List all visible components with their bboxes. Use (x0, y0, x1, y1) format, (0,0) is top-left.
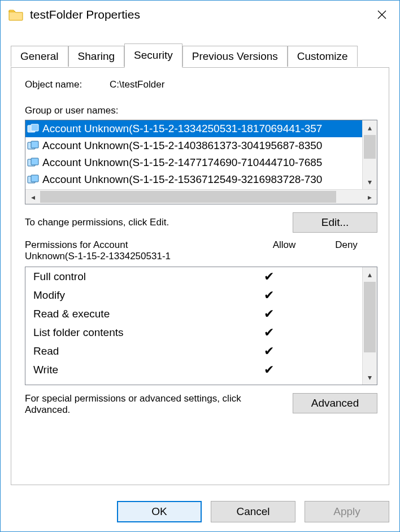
column-deny: Deny (315, 239, 377, 262)
list-item-label: Account Unknown(S-1-15-2-1403861373-3041… (42, 139, 322, 152)
list-vscrollbar[interactable]: ▴ ▾ (362, 120, 377, 189)
permission-row: Read✔ (33, 342, 362, 360)
list-item[interactable]: Account Unknown(S-1-15-2-1403861373-3041… (25, 137, 362, 154)
permissions-for-label: Permissions for Account Unknown(S-1-15-2… (25, 239, 253, 262)
edit-button[interactable]: Edit... (293, 212, 377, 233)
folder-icon (8, 8, 23, 21)
group-user-listbox[interactable]: Account Unknown(S-1-15-2-1334250531-1817… (25, 120, 377, 204)
svg-rect-9 (31, 175, 38, 182)
scroll-thumb[interactable] (364, 135, 376, 159)
group-icon (27, 140, 40, 151)
tab-customize[interactable]: Customize (288, 46, 358, 67)
scroll-left-icon[interactable]: ◂ (25, 190, 40, 204)
list-item-label: Account Unknown(S-1-15-2-1334250531-1817… (42, 123, 322, 135)
scroll-thumb[interactable] (364, 282, 376, 352)
tab-general[interactable]: General (11, 46, 68, 67)
group-user-items: Account Unknown(S-1-15-2-1334250531-1817… (25, 120, 362, 189)
permission-allow: ✔ (238, 325, 300, 340)
cancel-button[interactable]: Cancel (211, 501, 295, 522)
list-item[interactable]: Account Unknown(S-1-15-2-1477174690-7104… (25, 154, 362, 171)
permission-allow: ✔ (238, 307, 300, 321)
tab-previous-versions[interactable]: Previous Versions (182, 46, 288, 67)
permission-allow: ✔ (238, 363, 300, 377)
scroll-right-icon[interactable]: ▸ (362, 190, 377, 204)
properties-window: testFolder Properties General Sharing Se… (0, 0, 400, 532)
permission-name: Write (33, 364, 238, 376)
permission-row: List folder contents✔ (33, 323, 362, 342)
advanced-button[interactable]: Advanced (293, 393, 377, 413)
object-name-value: C:\testFolder (110, 79, 164, 90)
advanced-hint: For special permissions or advanced sett… (25, 393, 293, 416)
permission-name: List folder contents (33, 326, 238, 339)
group-icon (27, 123, 40, 134)
scroll-down-icon[interactable]: ▾ (363, 370, 377, 385)
object-name-label: Object name: (25, 79, 110, 90)
titlebar: testFolder Properties (1, 1, 399, 29)
list-item[interactable]: Account Unknown(S-1-15-2-1334250531-1817… (25, 120, 362, 137)
window-title: testFolder Properties (30, 8, 368, 21)
scroll-up-icon[interactable]: ▴ (363, 120, 377, 135)
close-icon (377, 10, 387, 20)
tab-sharing[interactable]: Sharing (68, 46, 125, 67)
tab-panel-security: Object name: C:\testFolder Group or user… (11, 67, 389, 485)
client-area: General Sharing Security Previous Versio… (1, 29, 399, 493)
permission-name: Read & execute (33, 308, 238, 320)
group-icon (27, 174, 40, 185)
svg-rect-7 (31, 158, 38, 165)
scroll-thumb[interactable] (40, 191, 336, 203)
permission-row: Modify✔ (33, 286, 362, 304)
tab-strip: General Sharing Security Previous Versio… (11, 43, 389, 67)
column-allow: Allow (253, 239, 315, 262)
scroll-track[interactable] (363, 135, 377, 175)
edit-hint: To change permissions, click Edit. (25, 217, 293, 228)
tab-security[interactable]: Security (124, 43, 182, 68)
scroll-up-icon[interactable]: ▴ (363, 267, 377, 282)
permissions-listbox[interactable]: Full control✔Modify✔Read & execute✔List … (25, 267, 377, 385)
svg-rect-5 (31, 141, 38, 148)
ok-button[interactable]: OK (117, 501, 202, 522)
permission-allow: ✔ (238, 344, 300, 359)
permission-name: Modify (33, 289, 238, 302)
list-item-label: Account Unknown(S-1-15-2-1536712549-3216… (42, 173, 322, 186)
perm-vscrollbar[interactable]: ▴ ▾ (362, 267, 377, 385)
close-button[interactable] (368, 3, 396, 26)
permission-name: Full control (33, 271, 238, 283)
scroll-track[interactable] (363, 282, 377, 370)
scroll-track[interactable] (40, 190, 362, 204)
permission-row: Write✔ (33, 360, 362, 379)
apply-button[interactable]: Apply (305, 501, 389, 522)
dialog-button-row: OK Cancel Apply (1, 493, 399, 531)
permission-row: Read & execute✔ (33, 304, 362, 323)
permission-name: Read (33, 345, 238, 357)
scroll-down-icon[interactable]: ▾ (363, 175, 377, 189)
group-user-label: Group or user names: (25, 105, 377, 116)
permission-row: Full control✔ (33, 267, 362, 286)
object-name-row: Object name: C:\testFolder (25, 79, 377, 90)
list-item-label: Account Unknown(S-1-15-2-1477174690-7104… (42, 156, 322, 169)
svg-rect-3 (31, 124, 38, 131)
permission-allow: ✔ (238, 269, 300, 284)
group-icon (27, 157, 40, 168)
list-hscrollbar[interactable]: ◂ ▸ (25, 189, 377, 204)
permission-allow: ✔ (238, 288, 300, 303)
list-item[interactable]: Account Unknown(S-1-15-2-1536712549-3216… (25, 171, 362, 188)
